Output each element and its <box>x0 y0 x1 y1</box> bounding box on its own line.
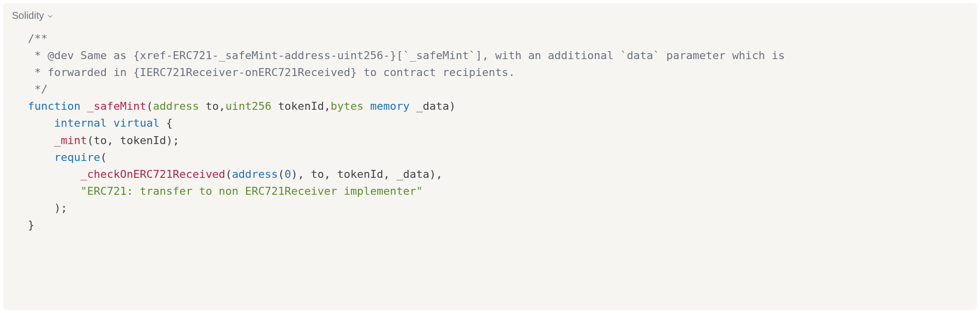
code-block: Solidity /** * @dev Same as {xref-ERC721… <box>3 3 977 310</box>
language-selector[interactable]: Solidity <box>12 10 54 21</box>
language-label: Solidity <box>12 10 44 21</box>
code-content: /** * @dev Same as {xref-ERC721-_safeMin… <box>12 30 968 234</box>
chevron-down-icon <box>47 13 54 20</box>
